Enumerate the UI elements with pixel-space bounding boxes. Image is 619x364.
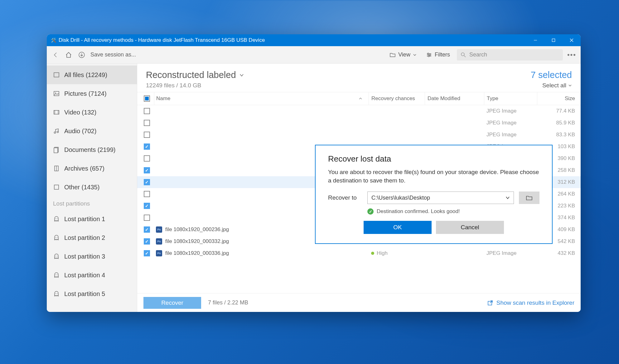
window-title: Disk Drill - All recovery methods - Hard…	[59, 37, 526, 43]
svg-point-6	[429, 54, 431, 56]
chevron-down-icon	[505, 196, 510, 200]
main-panel: Reconstructed labeled 12249 files / 14.0…	[137, 64, 581, 312]
row-checkbox[interactable]	[144, 155, 150, 162]
column-date[interactable]: Date Modified	[425, 92, 484, 105]
file-size: 77.4 KB	[537, 105, 581, 117]
ok-button[interactable]: OK	[364, 221, 432, 234]
row-checkbox[interactable]	[144, 108, 150, 114]
browse-button[interactable]	[519, 192, 539, 204]
recover-to-label: Recover to	[328, 194, 362, 201]
sidebar-lost-partition-5[interactable]: Lost partition 5	[47, 284, 137, 303]
table-row[interactable]: Psfile 1080x1920_000336.jpgHighJPEG Imag…	[137, 247, 581, 259]
sidebar-item-audio[interactable]: Audio (702)	[47, 122, 137, 140]
sidebar-item-label: Lost partition 5	[64, 290, 105, 298]
row-checkbox[interactable]	[144, 132, 150, 138]
table-row[interactable]: JPEG Image77.4 KB	[137, 105, 581, 117]
sidebar: All files (12249)Pictures (7124)Video (1…	[47, 64, 137, 312]
select-all-label: Select all	[542, 82, 566, 89]
row-checkbox[interactable]	[144, 203, 150, 209]
column-recovery[interactable]: Recovery chances	[369, 92, 425, 105]
back-button[interactable]	[51, 51, 60, 59]
chevron-down-icon	[239, 73, 244, 78]
sidebar-item-label: Other (1435)	[64, 184, 99, 191]
file-size: 85.9 KB	[537, 117, 581, 129]
show-in-explorer-link[interactable]: Show scan results in Explorer	[487, 299, 574, 306]
confirm-message: Destination confirmed. Looks good!	[377, 208, 460, 215]
table-row[interactable]: JPEG Image85.9 KB	[137, 117, 581, 129]
file-type-icon: Ps	[156, 250, 162, 256]
recovery-chance: High	[377, 250, 388, 256]
svg-point-23	[56, 218, 56, 219]
row-checkbox[interactable]	[144, 179, 150, 185]
file-size: 432 KB	[537, 247, 581, 259]
row-checkbox[interactable]	[144, 191, 150, 197]
app-window: 🛠️ Disk Drill - All recovery methods - H…	[47, 34, 581, 312]
ghost-icon	[53, 234, 60, 241]
column-type[interactable]: Type	[484, 92, 537, 105]
sidebar-item-label: Documents (2199)	[64, 146, 116, 153]
row-checkbox[interactable]	[144, 167, 150, 173]
minimize-button[interactable]	[526, 34, 544, 46]
recover-button[interactable]: Recover	[143, 297, 201, 309]
file-type: JPEG Image	[484, 105, 537, 117]
pictures-icon	[53, 90, 60, 97]
row-checkbox[interactable]	[144, 215, 150, 221]
filters-button[interactable]: Filters	[423, 50, 452, 59]
results-title-dropdown[interactable]: Reconstructed labeled	[146, 70, 531, 80]
sidebar-item-label: Lost partition 3	[64, 253, 105, 260]
row-checkbox[interactable]	[144, 226, 150, 233]
view-label: View	[398, 51, 410, 58]
folder-icon	[526, 195, 533, 201]
home-button[interactable]	[64, 51, 73, 59]
select-all-checkbox[interactable]	[144, 95, 150, 102]
sidebar-item-label: Video (132)	[64, 109, 96, 116]
search-input[interactable]: Search	[457, 49, 563, 61]
selection-summary: 7 files / 2.22 MB	[208, 299, 248, 306]
row-checkbox[interactable]	[144, 250, 150, 256]
sidebar-lost-partition-3[interactable]: Lost partition 3	[47, 247, 137, 266]
sidebar-item-video[interactable]: Video (132)	[47, 103, 137, 122]
sidebar-item-all[interactable]: All files (12249)	[47, 66, 137, 84]
sidebar-item-pictures[interactable]: Pictures (7124)	[47, 84, 137, 103]
sidebar-item-label: All files (12249)	[64, 71, 107, 79]
ghost-icon	[53, 290, 60, 297]
sidebar-item-documents[interactable]: Documents (2199)	[47, 140, 137, 159]
view-dropdown[interactable]: View	[387, 50, 419, 59]
close-button[interactable]	[563, 34, 581, 46]
select-all-dropdown[interactable]: Select all	[531, 82, 572, 89]
svg-rect-1	[552, 39, 555, 42]
sidebar-lost-partition-2[interactable]: Lost partition 2	[47, 228, 137, 247]
row-checkbox[interactable]	[144, 143, 150, 150]
table-row[interactable]: JPEG Image83.3 KB	[137, 129, 581, 141]
row-checkbox[interactable]	[144, 238, 150, 245]
row-checkbox[interactable]	[144, 120, 150, 126]
archives-icon	[53, 165, 60, 172]
svg-rect-13	[54, 110, 59, 114]
sort-icon	[359, 97, 362, 100]
ghost-icon	[53, 216, 60, 222]
explorer-link-label: Show scan results in Explorer	[496, 299, 574, 306]
svg-point-32	[57, 293, 58, 294]
more-button[interactable]: •••	[567, 51, 576, 59]
search-placeholder: Search	[469, 51, 487, 58]
folder-icon	[389, 52, 396, 58]
save-icon[interactable]	[77, 51, 86, 59]
svg-point-17	[57, 131, 59, 133]
maximize-button[interactable]	[544, 34, 563, 46]
file-name: file 1080x1920_000332.jpg	[165, 238, 229, 245]
save-session-button[interactable]: Save session as...	[90, 51, 136, 58]
selected-count: 7 selected	[531, 70, 572, 80]
column-size[interactable]: Size	[537, 92, 581, 105]
column-name[interactable]: Name	[154, 92, 369, 105]
svg-rect-15	[58, 110, 59, 114]
sidebar-item-archives[interactable]: Archives (657)	[47, 159, 137, 178]
sidebar-lost-partition-4[interactable]: Lost partition 4	[47, 266, 137, 284]
svg-point-5	[428, 53, 429, 54]
sidebar-item-other[interactable]: Other (1435)	[47, 178, 137, 197]
sidebar-lost-partition-1[interactable]: Lost partition 1	[47, 210, 137, 228]
svg-point-12	[55, 93, 56, 94]
destination-dropdown[interactable]: C:\Users\lukas\Desktop	[367, 192, 514, 204]
ghost-icon	[53, 272, 60, 279]
cancel-button[interactable]: Cancel	[436, 221, 504, 234]
svg-point-25	[56, 237, 56, 238]
